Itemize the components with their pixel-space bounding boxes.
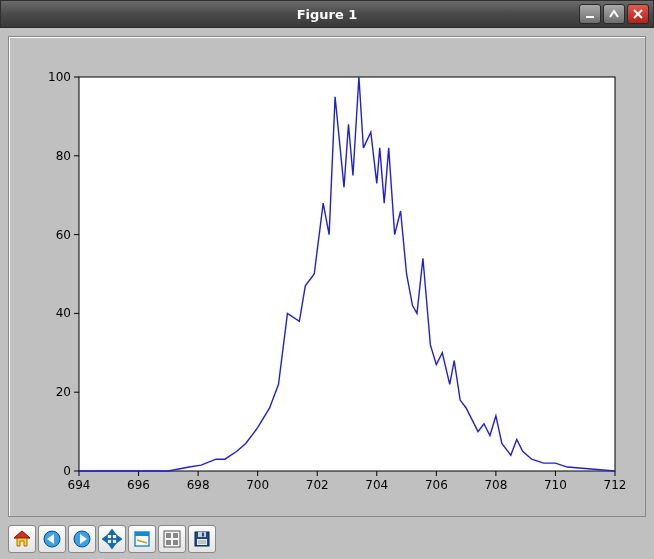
back-button[interactable] [38,525,66,553]
svg-marker-31 [103,536,107,542]
pan-icon [102,529,122,549]
figure-frame: 6946966987007027047067087107120204060801… [8,36,646,517]
close-button[interactable] [627,4,649,24]
svg-rect-39 [166,540,171,545]
client-area: 6946966987007027047067087107120204060801… [0,28,654,559]
svg-marker-29 [109,530,115,534]
svg-marker-22 [14,531,30,538]
svg-rect-44 [197,539,207,545]
ytick-label: 20 [56,385,71,399]
maximize-button[interactable] [603,4,625,24]
svg-marker-32 [117,536,121,542]
zoom-icon [132,529,152,549]
pan-button[interactable] [98,525,126,553]
svg-rect-37 [166,533,171,538]
svg-rect-38 [173,533,178,538]
forward-icon [72,529,92,549]
xtick-label: 704 [365,478,388,492]
xtick-label: 706 [425,478,448,492]
save-icon [192,529,212,549]
xtick-label: 694 [68,478,91,492]
minimize-button[interactable] [579,4,601,24]
matplotlib-toolbar [8,525,216,553]
ytick-label: 100 [48,70,71,84]
window-title: Figure 1 [297,7,358,22]
xtick-label: 712 [604,478,627,492]
home-button[interactable] [8,525,36,553]
svg-rect-43 [202,533,204,537]
window-buttons [579,4,649,24]
svg-rect-40 [173,540,178,545]
save-button[interactable] [188,525,216,553]
ytick-label: 0 [63,464,71,478]
svg-rect-34 [135,532,149,536]
xtick-label: 696 [127,478,150,492]
xtick-label: 702 [306,478,329,492]
ytick-label: 60 [56,228,71,242]
svg-marker-30 [109,544,115,548]
chart-plot[interactable]: 6946966987007027047067087107120204060801… [9,37,645,516]
ytick-label: 80 [56,149,71,163]
xtick-label: 710 [544,478,567,492]
subplots-button[interactable] [158,525,186,553]
minimize-icon [584,8,596,20]
xtick-label: 698 [187,478,210,492]
home-icon [12,529,32,549]
maximize-icon [608,8,620,20]
close-icon [632,8,644,20]
xtick-label: 700 [246,478,269,492]
xtick-label: 708 [484,478,507,492]
forward-button[interactable] [68,525,96,553]
window-titlebar: Figure 1 [0,0,654,28]
zoom-button[interactable] [128,525,156,553]
subplots-icon [162,529,182,549]
back-icon [42,529,62,549]
ytick-label: 40 [56,306,71,320]
